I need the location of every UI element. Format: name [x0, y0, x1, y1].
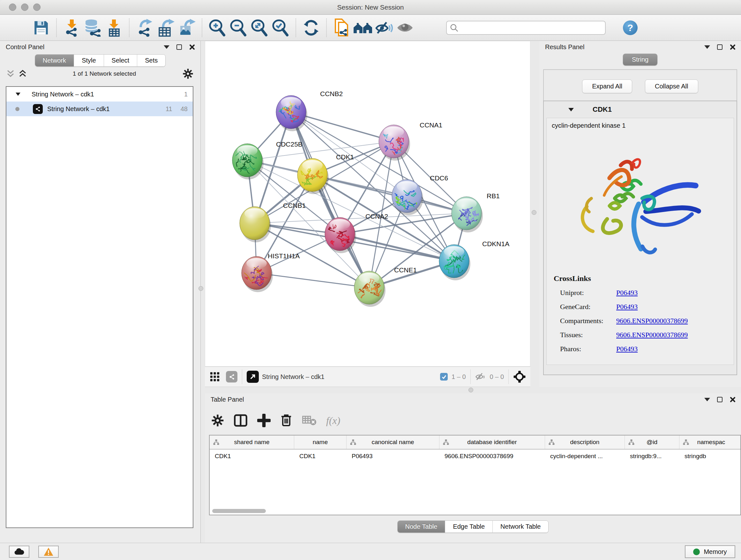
- table-panel-undock-button[interactable]: [717, 397, 723, 402]
- zoom-selected-button[interactable]: [270, 17, 291, 38]
- zoom-fit-button[interactable]: [249, 17, 270, 38]
- network-canvas[interactable]: CCNB2CCNA1CDC25BCDK1CDC6RB1CCNB1CCNA2CDK…: [205, 41, 530, 367]
- network-options-gear-icon[interactable]: [183, 68, 193, 79]
- status-bar: Memory: [0, 543, 741, 560]
- import-table-button[interactable]: [104, 17, 125, 38]
- control-panel-float-button[interactable]: [164, 45, 170, 49]
- warnings-button[interactable]: [38, 546, 59, 558]
- selected-checkbox-icon[interactable]: [440, 373, 448, 381]
- first-neighbors-button[interactable]: [352, 17, 374, 38]
- column-header-description[interactable]: description: [545, 435, 625, 449]
- collapse-all-button[interactable]: Collapse All: [645, 79, 698, 93]
- network-node-HIST1H1A[interactable]: HIST1H1A: [241, 252, 300, 292]
- crosslink-link[interactable]: 9606.ENSP00000378699: [616, 331, 688, 339]
- tab-network[interactable]: Network: [35, 55, 74, 66]
- protein-collapse-arrow-icon[interactable]: [568, 107, 574, 112]
- help-glyph: ?: [627, 22, 633, 33]
- horizontal-splitter-handle[interactable]: [468, 388, 473, 392]
- tab-string[interactable]: String: [623, 54, 657, 65]
- table-toolbar: f(x): [211, 407, 340, 434]
- network-node-CCNE1[interactable]: CCNE1: [354, 266, 417, 307]
- help-button[interactable]: ?: [623, 20, 637, 35]
- create-column-plus-icon[interactable]: [257, 414, 271, 427]
- table-cell[interactable]: stringdb:9...: [625, 449, 679, 463]
- tab-select[interactable]: Select: [104, 55, 138, 66]
- column-header-name[interactable]: name: [294, 435, 347, 449]
- hide-selected-button[interactable]: [374, 17, 394, 38]
- network-node-CDKN1A[interactable]: CDKN1A: [439, 240, 509, 280]
- table-panel-float-button[interactable]: [704, 398, 710, 401]
- expand-all-button[interactable]: Expand All: [582, 79, 632, 93]
- results-panel-close-button[interactable]: [730, 44, 735, 50]
- birds-eye-view-icon[interactable]: [513, 370, 526, 383]
- table-cell[interactable]: CDK1: [294, 449, 347, 463]
- column-header-canonical-name[interactable]: canonical name: [347, 435, 440, 449]
- clone-network-button[interactable]: [331, 17, 352, 38]
- table-options-gear-icon[interactable]: [211, 414, 224, 427]
- grid-mode-icon[interactable]: [209, 371, 220, 382]
- apply-layout-button[interactable]: [300, 17, 322, 38]
- table-cell[interactable]: 9606.ENSP00000378699: [440, 449, 545, 463]
- tab-network-table[interactable]: Network Table: [493, 521, 548, 533]
- network-row-selected[interactable]: String Network – cdk1 11 48: [6, 102, 193, 116]
- crosslink-link[interactable]: P06493: [616, 289, 637, 297]
- right-splitter-handle[interactable]: [532, 210, 536, 215]
- network-app-icon[interactable]: [226, 371, 238, 382]
- column-header-namespac[interactable]: namespac: [679, 435, 741, 449]
- node-table: shared namenamecanonical namedatabase id…: [209, 435, 741, 515]
- table-cell[interactable]: stringdb: [679, 449, 741, 463]
- collapse-all-networks-button[interactable]: [7, 70, 14, 78]
- results-panel: Results Panel String Expand All Collapse…: [539, 41, 741, 387]
- cloud-status-button[interactable]: [9, 546, 29, 558]
- delete-column-trash-icon[interactable]: [280, 414, 292, 427]
- results-panel-undock-button[interactable]: [717, 44, 723, 50]
- import-network-database-button[interactable]: [82, 17, 104, 38]
- network-node-RB1[interactable]: RB1: [452, 192, 500, 233]
- show-columns-icon[interactable]: [233, 414, 248, 427]
- string-network-graph[interactable]: CCNB2CCNA1CDC25BCDK1CDC6RB1CCNB1CCNA2CDK…: [205, 41, 530, 366]
- collection-expand-arrow-icon[interactable]: [15, 92, 21, 97]
- table-cell[interactable]: cyclin-dependent ...: [545, 449, 625, 463]
- search-input[interactable]: [446, 21, 606, 35]
- export-image-button[interactable]: [176, 17, 197, 38]
- detach-view-button[interactable]: [247, 371, 259, 383]
- import-network-file-button[interactable]: [61, 17, 82, 38]
- network-node-CDK1[interactable]: CDK1: [297, 153, 354, 194]
- crosslink-link[interactable]: P06493: [616, 345, 637, 353]
- column-header-shared-name[interactable]: shared name: [210, 435, 294, 449]
- tab-sets[interactable]: Sets: [137, 55, 165, 66]
- control-panel-undock-button[interactable]: [177, 44, 182, 50]
- zoom-in-button[interactable]: [207, 17, 228, 38]
- network-node-CDC6[interactable]: CDC6: [389, 174, 448, 215]
- expand-all-networks-button[interactable]: [19, 70, 26, 78]
- control-panel-close-button[interactable]: [189, 44, 195, 50]
- results-panel-float-button[interactable]: [704, 45, 710, 49]
- column-header-@id[interactable]: @id: [625, 435, 679, 449]
- network-node-CCNA1[interactable]: CCNA1: [379, 121, 442, 161]
- table-cell[interactable]: P06493: [347, 449, 440, 463]
- protein-header-row[interactable]: CDK1: [544, 101, 737, 118]
- tab-edge-table[interactable]: Edge Table: [445, 521, 493, 533]
- export-image-icon: [178, 19, 196, 37]
- table-cell[interactable]: CDK1: [210, 449, 294, 463]
- export-table-button[interactable]: [155, 17, 176, 38]
- column-header-database-identifier[interactable]: database identifier: [440, 435, 545, 449]
- tab-node-table[interactable]: Node Table: [398, 521, 446, 533]
- table-horizontal-scrollbar[interactable]: [212, 509, 266, 513]
- crosslink-link[interactable]: P06493: [616, 303, 637, 311]
- save-floppy-icon: [33, 20, 49, 36]
- save-session-button[interactable]: [30, 17, 52, 38]
- crosslink-link[interactable]: 9606.ENSP00000378699: [616, 317, 688, 325]
- search-icon: [450, 23, 459, 32]
- network-node-CDC25B[interactable]: CDC25B: [232, 140, 302, 179]
- left-splitter-handle[interactable]: [199, 286, 203, 291]
- table-panel-close-button[interactable]: [730, 396, 735, 402]
- network-collection-row[interactable]: String Network – cdk1 1: [6, 87, 193, 102]
- show-all-button[interactable]: [394, 17, 415, 38]
- zoom-out-button[interactable]: [228, 17, 249, 38]
- table-row[interactable]: CDK1CDK1P064939606.ENSP00000378699cyclin…: [210, 449, 740, 463]
- memory-button[interactable]: Memory: [685, 545, 735, 558]
- export-network-button[interactable]: [134, 17, 155, 38]
- open-session-button[interactable]: [10, 17, 30, 38]
- tab-style[interactable]: Style: [74, 55, 104, 66]
